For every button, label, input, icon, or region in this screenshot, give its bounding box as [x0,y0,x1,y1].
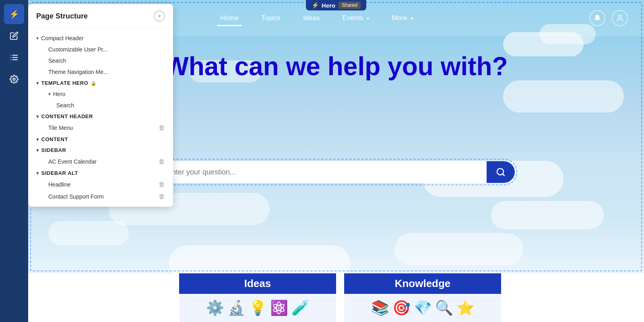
delete-contact-support-icon[interactable]: 🗑 [159,193,165,200]
nav-link-more[interactable]: More ▾ [380,11,424,25]
nav-link-home[interactable]: Home [209,11,250,25]
book-icon: 📚 [371,299,389,316]
list-tool-button[interactable] [4,47,24,68]
ideas-tile-image: ⚙️ 🔬 💡 ⚛️ 🧪 [179,294,336,322]
ideas-tile[interactable]: Ideas ⚙️ 🔬 💡 ⚛️ 🧪 [179,273,336,322]
delete-tile-menu-icon[interactable]: 🗑 [159,124,165,131]
atom-icon: ⚛️ [270,299,288,316]
hero-search-button[interactable] [487,161,515,183]
ideas-tile-label: Ideas [179,273,336,294]
settings-tool-button[interactable] [4,69,24,89]
contact-support-form-item[interactable]: Contact Support Form 🗑 [28,191,173,203]
hero-text-area: What can we help you with? [155,52,517,92]
svg-line-9 [503,174,504,176]
svg-point-7 [619,15,621,18]
chevron-down-icon: ▾ [36,80,39,86]
notification-button[interactable] [589,10,605,26]
target-icon: 🎯 [392,299,411,316]
user-profile-button[interactable] [612,10,628,26]
panel-close-button[interactable]: × [154,10,165,22]
chevron-down-icon: ▾ [367,16,369,21]
search-icon [496,167,506,177]
theme-navigation-me-item[interactable]: Theme Navigation Me... [28,66,173,78]
gear-icon: ⚙️ [206,299,224,316]
panel-title: Page Structure [36,12,88,21]
tile-menu-item[interactable]: Tile Menu 🗑 [28,122,173,134]
edit-tool-button[interactable] [4,26,24,46]
bolt-icon: ⚡ [312,2,319,9]
shared-badge: Shared [339,2,361,9]
beaker-icon: 🔬 [227,299,246,316]
search-bar-wrapper [155,159,517,185]
bulb-icon: 💡 [249,299,267,316]
flask-icon: 🧪 [291,299,310,316]
page-structure-panel: Page Structure × ▾ Compact Header Custom… [28,4,173,207]
hero-label-bar: ⚡ Hero Shared [306,0,366,10]
nav-link-events[interactable]: Events ▾ [331,11,380,25]
sidebar-section[interactable]: ▾ SIDEBAR [28,145,173,156]
knowledge-tile-image: 📚 🎯 💎 🔍 ⭐ [344,294,501,322]
search-bar-container [155,159,517,185]
chevron-down-icon: ▾ [36,35,39,41]
headline-item[interactable]: Headline 🗑 [28,178,173,191]
knowledge-tile-label: Knowledge [344,273,501,294]
chevron-down-icon: ▾ [36,148,39,153]
nav-icons [589,10,628,26]
content-section[interactable]: ▾ CONTENT [28,134,173,145]
panel-header: Page Structure × [28,4,173,29]
hero-headline: What can we help you with? [155,52,517,80]
chevron-down-icon: ▾ [411,16,413,21]
chevron-down-icon: ▾ [36,170,39,176]
customizable-user-pr-item[interactable]: Customizable User Pr... [28,44,173,55]
knowledge-tile[interactable]: Knowledge 📚 🎯 💎 🔍 ⭐ [344,273,501,322]
template-hero-section[interactable]: ▾ TEMPLATE HERO 🔒 [28,78,173,88]
nav-link-ideas[interactable]: Ideas [292,11,331,25]
lock-icon: 🔒 [91,80,97,86]
ac-event-calendar-item[interactable]: AC Event Calendar 🗑 [28,156,173,168]
hero-search-input[interactable] [157,162,487,182]
diamond-icon: 💎 [414,299,432,316]
hero-label: ⚡ Hero [312,2,335,9]
search-1-item[interactable]: Search [28,55,173,66]
tiles-area: Ideas ⚙️ 🔬 💡 ⚛️ 🧪 Knowledge 📚 🎯 💎 🔍 ⭐ [28,273,644,322]
magnify-icon: 🔍 [435,299,453,316]
nav-link-topics[interactable]: Topics [250,11,292,25]
panel-body: ▾ Compact Header Customizable User Pr...… [28,29,173,207]
search-bar [157,161,515,183]
chevron-down-icon: ▾ [36,137,39,142]
tool-sidebar: ⚡ [0,0,28,322]
compact-header-item[interactable]: ▾ Compact Header [28,33,173,44]
svg-point-6 [13,78,15,80]
content-header-section[interactable]: ▾ CONTENT HEADER [28,111,173,122]
delete-headline-icon[interactable]: 🗑 [159,181,165,188]
sidebar-alt-section[interactable]: ▾ SIDEBAR ALT [28,168,173,178]
bolt-tool-button[interactable]: ⚡ [4,4,24,24]
chevron-down-icon: ▾ [36,114,39,119]
delete-ac-event-calendar-icon[interactable]: 🗑 [159,158,165,165]
search-2-item[interactable]: Search [28,100,173,111]
star-icon: ⭐ [456,299,475,316]
hero-item[interactable]: ▾ Hero [28,88,173,100]
chevron-down-icon: ▾ [48,91,51,97]
